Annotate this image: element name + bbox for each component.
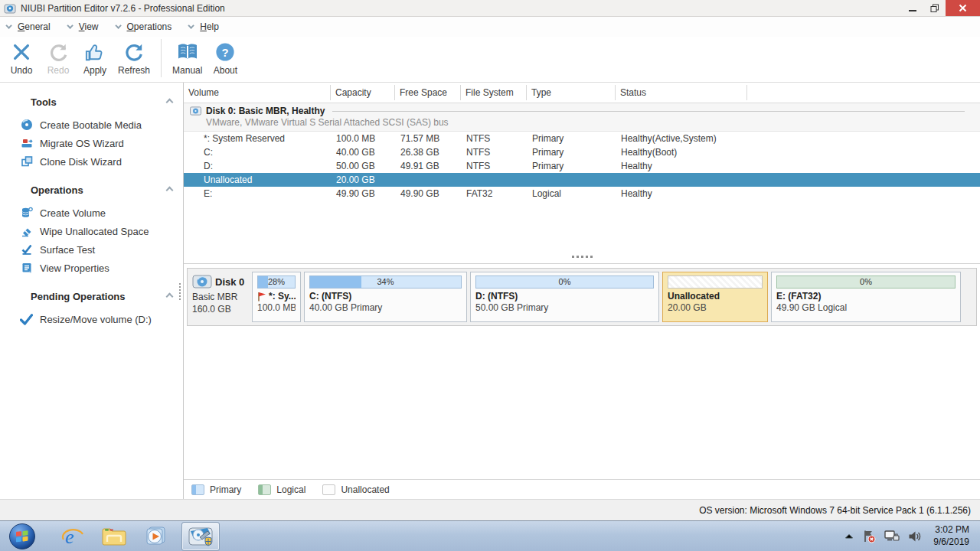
disk-map-block-c-ntfs[interactable]: 34%C: (NTFS)40.00 GB Primary (304, 272, 467, 322)
cell-capacity: 40.00 GB (331, 145, 395, 159)
menu-item-label: Help (200, 21, 219, 32)
table-row-c[interactable]: C:40.00 GB26.38 GBNTFSPrimaryHealthy(Boo… (184, 145, 980, 159)
panel-splitter-handle[interactable] (572, 256, 593, 258)
sidebar-item-wipe-unallocated-space[interactable]: Wipe Unallocated Space (0, 222, 183, 240)
sidebar-resize-grip[interactable] (179, 283, 181, 300)
legend-label: Primary (210, 484, 241, 495)
cell-capacity: 20.00 GB (331, 173, 395, 187)
menu-item-view[interactable]: View (69, 21, 99, 32)
main-content: VolumeCapacityFree SpaceFile SystemTypeS… (184, 83, 980, 499)
disk-map-block-unallocated[interactable]: Unallocated20.00 GB (662, 272, 768, 322)
chevron-up-icon (166, 293, 174, 301)
used-space-bar: 0% (475, 276, 654, 289)
sidebar-item-label: Resize/Move volume (D:) (40, 314, 152, 325)
taskbar-clock[interactable]: 3:02 PM 9/6/2019 (933, 524, 969, 548)
sidebar-item-create-volume[interactable]: Create Volume (0, 204, 183, 222)
disk-map-disk-icon (192, 273, 212, 290)
window-title: NIUBI Partition Editor v7.2.6 - Professi… (21, 3, 225, 14)
cell-file-system: NTFS (461, 132, 527, 145)
restore-button[interactable] (923, 0, 946, 16)
block-label-row: *: Sy... (257, 291, 296, 302)
legend-item-primary: Primary (191, 484, 241, 495)
section-header-operations[interactable]: Operations (0, 184, 183, 196)
table-row-unallocated[interactable]: Unallocated20.00 GB (184, 173, 980, 187)
used-percent-label: 34% (310, 276, 461, 288)
disk-map-block-sy[interactable]: 28%*: Sy...100.0 MB (252, 272, 301, 322)
table-row-d[interactable]: D:50.00 GB49.91 GBNTFSPrimaryHealthy (184, 159, 980, 173)
menu-item-general[interactable]: General (8, 21, 51, 32)
toolbar-separator (161, 39, 162, 77)
show-hidden-icons-arrow[interactable] (844, 533, 854, 540)
column-header-type[interactable]: Type (527, 85, 616, 100)
undo-button[interactable]: Undo (3, 37, 40, 76)
system-tray: 3:02 PM 9/6/2019 (844, 524, 980, 548)
column-header-status[interactable]: Status (616, 85, 747, 100)
about-icon: ? (215, 40, 235, 64)
sidebar-item-resize-move-volume-d[interactable]: Resize/Move volume (D:) (0, 310, 183, 328)
sidebar-item-surface-test[interactable]: Surface Test (0, 240, 183, 259)
toolbar-button-label: Manual (172, 65, 202, 76)
toolbar-button-label: About (214, 65, 237, 76)
column-header-free-space[interactable]: Free Space (395, 85, 461, 100)
apply-button[interactable]: Apply (77, 37, 113, 76)
legend-label: Unallocated (341, 484, 389, 495)
column-header-capacity[interactable]: Capacity (331, 85, 395, 100)
used-percent-label: 0% (476, 276, 653, 288)
refresh-button[interactable]: Refresh (113, 37, 155, 76)
explorer-folder-icon[interactable] (100, 523, 129, 550)
niubi-app-icon[interactable] (182, 523, 219, 550)
undo-icon (11, 40, 31, 64)
toolbar-button-label: Refresh (118, 65, 150, 76)
legend-label: Logical (276, 484, 305, 495)
restore-icon (930, 4, 939, 13)
volume-icon[interactable] (908, 530, 922, 543)
windows-taskbar: e 3:02 PM 9/6/2019 (0, 520, 980, 551)
cell-free-space: 49.90 GB (395, 187, 461, 201)
cell-free-space: 26.38 GB (395, 145, 461, 159)
media-player-icon[interactable] (141, 523, 170, 550)
sidebar-item-create-bootable-media[interactable]: Create Bootable Media (0, 116, 183, 134)
sidebar-item-label: Migrate OS Wizard (40, 138, 124, 149)
section-header-pending-operations[interactable]: Pending Operations (0, 291, 183, 302)
disk-group-row[interactable]: Disk 0: Basic MBR, Healthy VMware, VMwar… (184, 103, 980, 132)
section-header-tools[interactable]: Tools (0, 96, 183, 108)
cell-volume: *: System Reserved (184, 132, 331, 145)
network-icon[interactable] (884, 530, 900, 543)
about-button[interactable]: ?About (207, 37, 243, 76)
disk-map-block-e-fat32[interactable]: 0%E: (FAT32)49.90 GB Logical (771, 272, 961, 322)
toolbar-button-label: Undo (11, 65, 33, 76)
sidebar-item-clone-disk-wizard[interactable]: Clone Disk Wizard (0, 152, 183, 171)
sidebar-item-view-properties[interactable]: View Properties (0, 259, 183, 277)
legend-item-unallocated: Unallocated (322, 484, 389, 495)
cell-free-space: 71.57 MB (395, 132, 461, 145)
minimize-button[interactable] (901, 0, 923, 16)
disk-map-block-d-ntfs[interactable]: 0%D: (NTFS)50.00 GB Primary (470, 272, 659, 322)
used-space-bar: 0% (776, 276, 956, 289)
chevron-down-icon (67, 22, 73, 28)
disk-group-title: Disk 0: Basic MBR, Healthy (206, 106, 325, 116)
column-header-file-system[interactable]: File System (461, 85, 527, 100)
internet-explorer-icon[interactable]: e (58, 523, 87, 550)
used-percent-label: 0% (777, 276, 955, 288)
menu-item-help[interactable]: Help (190, 21, 219, 32)
legend-swatch-primary (191, 484, 204, 495)
section-title: Tools (31, 96, 57, 108)
manual-button[interactable]: Manual (168, 37, 207, 76)
column-header-volume[interactable]: Volume (184, 85, 331, 100)
table-row-e[interactable]: E:49.90 GB49.90 GBFAT32LogicalHealthy (184, 187, 980, 201)
action-center-flag-icon[interactable] (862, 530, 876, 543)
minimize-icon (909, 10, 916, 11)
disk-map-panel: Disk 0 Basic MBR 160.0 GB 28%*: Sy...100… (187, 268, 977, 326)
sidebar-item-migrate-os-wizard[interactable]: Migrate OS Wizard (0, 134, 183, 152)
chevron-up-icon (166, 187, 174, 194)
redo-icon (48, 40, 68, 64)
table-row-system-reserved[interactable]: *: System Reserved100.0 MB71.57 MBNTFSPr… (184, 132, 980, 145)
start-button[interactable] (9, 523, 35, 549)
disk-map-blocks: 28%*: Sy...100.0 MB34%C: (NTFS)40.00 GB … (252, 272, 961, 322)
disk-map-disk-info[interactable]: Disk 0 Basic MBR 160.0 GB (191, 272, 249, 322)
legend-item-logical: Logical (258, 484, 305, 495)
cell-capacity: 100.0 MB (331, 132, 395, 145)
close-button[interactable] (946, 0, 980, 16)
toolbar-button-label: Apply (83, 65, 106, 76)
menu-item-operations[interactable]: Operations (117, 21, 172, 32)
